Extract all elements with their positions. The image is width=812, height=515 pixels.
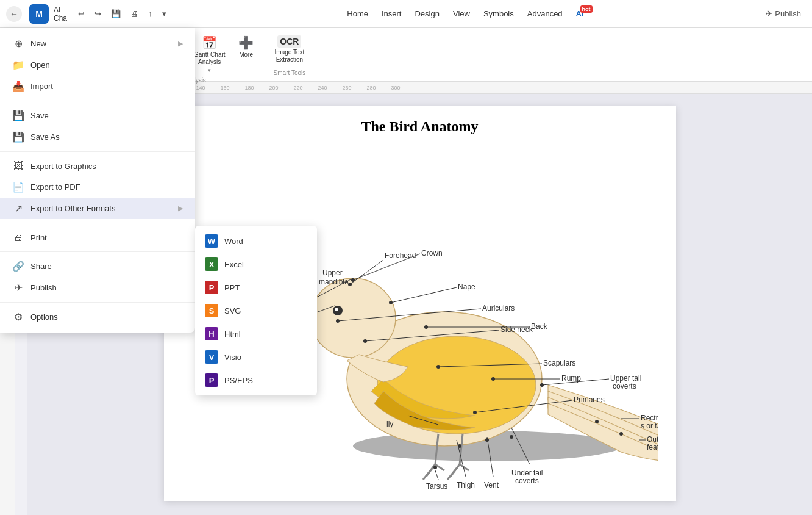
svg-point-38 [619, 432, 623, 436]
app-title: AICha [54, 5, 67, 23]
export-word[interactable]: W Word [195, 229, 317, 253]
visio-icon: V [205, 350, 218, 364]
gantt-arrow: ▾ [208, 67, 211, 73]
label-belly: lly [386, 420, 393, 428]
more-button[interactable]: ▾ [158, 7, 170, 21]
save-button[interactable]: 💾 [107, 7, 124, 21]
label-scapulars: Scapulars [543, 359, 575, 367]
menu-view[interactable]: View [447, 7, 476, 21]
menu-item-save-as[interactable]: 💾 Save As [0, 126, 195, 148]
svg-icon: S [205, 304, 218, 317]
publish-button[interactable]: ✈ Publish [761, 7, 806, 21]
new-icon: ⊕ [12, 38, 24, 49]
svg-point-30 [336, 319, 340, 323]
import-label: Import [30, 82, 53, 91]
menu-home[interactable]: Home [341, 7, 374, 21]
export-html[interactable]: H Html [195, 322, 317, 345]
svg-point-35 [473, 411, 477, 414]
svg-line-21 [435, 470, 438, 480]
menu-insert[interactable]: Insert [376, 7, 408, 21]
back-button[interactable]: ← [6, 6, 22, 22]
export-visio[interactable]: V Visio [195, 345, 317, 369]
label-crown: Crown [421, 249, 443, 258]
export-excel[interactable]: X Excel [195, 253, 317, 276]
visio-label: Visio [224, 353, 241, 362]
label-primaries: Primaries [574, 395, 605, 404]
svg-point-40 [458, 444, 461, 448]
label-upper-tail-coverts2: coverts [613, 382, 636, 391]
smart-tools-group-label: Smart Tools [274, 70, 306, 76]
ribbon-btn-ocr[interactable]: OCR Image TextExtraction [271, 33, 308, 66]
label-upper-mandible2: mandible [319, 278, 349, 286]
more2-label: More [239, 51, 253, 59]
label-side-neck: Side neck [500, 325, 533, 334]
export-svg[interactable]: S SVG [195, 299, 317, 322]
menu-symbols[interactable]: Symbols [477, 7, 520, 21]
save-as-icon: 💾 [12, 131, 24, 143]
gantt-icon: 📅 [202, 35, 217, 50]
save-icon: 💾 [12, 110, 24, 121]
menu-bar: Home Insert Design View Symbols Advanced… [341, 7, 589, 21]
html-label: Html [224, 330, 241, 339]
html-icon: H [205, 327, 218, 340]
menu-item-new[interactable]: ⊕ New ▶ [0, 33, 195, 54]
print-button[interactable]: 🖨 [127, 7, 142, 21]
save-as-label: Save As [30, 132, 60, 142]
svg-point-4 [333, 306, 343, 315]
label-upper-mandible: Upper [322, 268, 343, 277]
publish-label: Publish [775, 9, 801, 18]
menu-item-share[interactable]: 🔗 Share [0, 256, 195, 277]
label-rectrices: Rectrice [641, 414, 658, 422]
import-icon: 📥 [12, 81, 24, 92]
export-other-label: Export to Other Formats [30, 204, 115, 213]
share-button[interactable]: ↑ [144, 7, 156, 21]
export-submenu: W Word X Excel P PPT S SVG H Html V Visi… [195, 226, 317, 395]
label-outer-tail: Outer tail [647, 435, 658, 444]
share-label: Share [30, 262, 52, 271]
svg-point-42 [510, 435, 513, 439]
export-pseps[interactable]: P PS/EPS [195, 369, 317, 392]
menu-item-open[interactable]: 📁 Open [0, 54, 195, 76]
menu-item-export-graphics[interactable]: 🖼 Export to Graphics [0, 156, 195, 176]
redo-button[interactable]: ↪ [91, 7, 105, 21]
menu-item-publish[interactable]: ✈ Publish [0, 277, 195, 298]
publish-menu-icon: ✈ [12, 282, 24, 294]
menu-item-options[interactable]: ⚙ Options [0, 306, 195, 328]
publish-menu-label: Publish [30, 283, 57, 292]
title-bar: ← M AICha ↩ ↪ 💾 🖨 ↑ ▾ Home Insert Design… [0, 0, 812, 28]
print-label: Print [30, 233, 47, 242]
menu-item-save[interactable]: 💾 Save [0, 105, 195, 126]
hot-badge: hot [580, 5, 593, 13]
word-icon: W [205, 234, 218, 248]
svg-point-25 [348, 283, 352, 286]
ribbon-btn-more2[interactable]: ➕ More [232, 33, 261, 61]
svg-line-10 [391, 287, 457, 303]
options-icon: ⚙ [12, 311, 24, 323]
save-label: Save [30, 111, 49, 120]
ribbon-btn-gantt[interactable]: 📅 Gantt ChartAnalysis ▾ [190, 33, 229, 76]
export-ppt[interactable]: P PPT [195, 276, 317, 299]
bird-body [277, 278, 658, 480]
menu-design[interactable]: Design [408, 7, 445, 21]
label-tarsus: Tarsus [426, 482, 447, 489]
new-chevron: ▶ [178, 40, 183, 48]
menu-item-print[interactable]: 🖨 Print [0, 227, 195, 248]
label-under-tail-coverts: Under tail [511, 469, 543, 477]
svg-point-31 [363, 339, 367, 343]
ppt-label: PPT [224, 283, 240, 292]
label-outer-tail2: feather [647, 443, 658, 452]
export-graphics-icon: 🖼 [12, 160, 24, 171]
svg-point-37 [595, 420, 599, 423]
label-under-tail-coverts2: coverts [515, 477, 539, 485]
svg-point-41 [485, 438, 489, 442]
undo-button[interactable]: ↩ [74, 7, 88, 21]
menu-ai[interactable]: AIhot [570, 7, 590, 21]
divider-2 [0, 151, 195, 152]
svg-point-3 [310, 278, 396, 358]
menu-item-export-pdf[interactable]: 📄 Export to PDF [0, 176, 195, 198]
menu-item-export-other[interactable]: ↗ Export to Other Formats ▶ [0, 198, 195, 219]
toolbar-actions: ↩ ↪ 💾 🖨 ↑ ▾ [74, 7, 170, 21]
file-menu: ⊕ New ▶ 📁 Open 📥 Import 💾 Save 💾 Save As… [0, 28, 195, 333]
menu-advanced[interactable]: Advanced [521, 7, 569, 21]
menu-item-import[interactable]: 📥 Import [0, 76, 195, 97]
